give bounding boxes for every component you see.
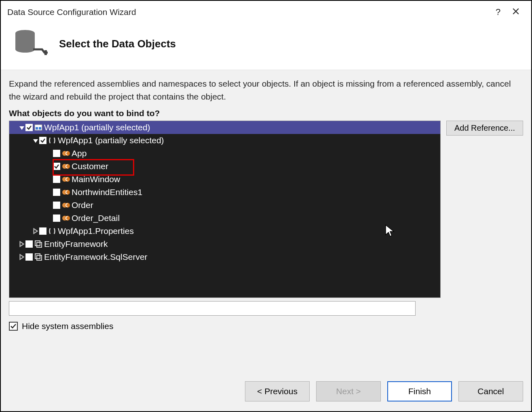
expand-toggle-icon[interactable]: [32, 137, 39, 144]
class-icon: [61, 214, 70, 223]
tree-node-props[interactable]: WpfApp1.Properties: [9, 225, 440, 238]
svg-rect-6: [39, 127, 41, 130]
close-button[interactable]: [507, 7, 525, 17]
tree-checkbox[interactable]: [25, 124, 33, 131]
titlebar: Data Source Configuration Wizard ?: [1, 1, 531, 23]
help-button[interactable]: ?: [489, 7, 507, 17]
tree-node-efs[interactable]: EntityFramework.SqlServer: [9, 251, 440, 263]
svg-rect-21: [35, 254, 40, 259]
previous-button[interactable]: < Previous: [245, 381, 310, 401]
next-button: Next >: [316, 381, 381, 401]
svg-point-2: [15, 46, 35, 53]
tree-checkbox[interactable]: [53, 214, 60, 222]
expand-toggle-icon[interactable]: [18, 124, 25, 131]
svg-rect-3: [44, 50, 47, 55]
page-heading: Select the Data Objects: [59, 38, 176, 50]
class-icon: [61, 188, 70, 197]
class-icon: [61, 149, 70, 158]
tree-node-label: NorthwindEntities1: [71, 187, 142, 197]
tree-checkbox[interactable]: [25, 240, 33, 248]
wizard-body: Expand the referenced assemblies and nam…: [1, 70, 531, 372]
tree-node-ne[interactable]: NorthwindEntities1: [9, 186, 440, 199]
namespace-icon: [48, 136, 57, 145]
assembly-icon: [34, 240, 43, 248]
tree-node-label: WpfApp1 (partially selected): [43, 122, 150, 132]
expand-toggle-icon[interactable]: [18, 253, 25, 261]
svg-rect-19: [35, 241, 40, 246]
tree-node-label: WpfApp1.Properties: [57, 226, 134, 236]
class-icon: [61, 162, 70, 171]
tree-node-ef[interactable]: EntityFramework: [9, 238, 440, 251]
tree-node-label: Order_Detail: [71, 213, 120, 223]
expand-toggle-icon[interactable]: [18, 240, 25, 248]
tree-checkbox[interactable]: [53, 163, 60, 170]
assembly-icon: [34, 253, 43, 261]
namespace-icon: [48, 227, 57, 236]
cancel-button[interactable]: Cancel: [458, 381, 523, 401]
tree-node-label: EntityFramework: [43, 239, 108, 249]
tree-node-proj[interactable]: WpfApp1 (partially selected): [9, 121, 440, 134]
svg-rect-5: [36, 127, 38, 130]
window-title: Data Source Configuration Wizard: [7, 7, 136, 17]
tree-node-ns[interactable]: WpfApp1 (partially selected): [9, 134, 440, 147]
svg-rect-22: [37, 255, 42, 260]
wizard-header: Select the Data Objects: [1, 23, 531, 70]
tree-checkbox[interactable]: [39, 227, 46, 235]
tree-node-label: EntityFramework.SqlServer: [43, 252, 148, 262]
tree-node-ordd[interactable]: Order_Detail: [9, 212, 440, 225]
tree-node-label: MainWindow: [71, 174, 120, 184]
tree-node-label: App: [71, 148, 87, 158]
wizard-window: Data Source Configuration Wizard ? Selec…: [0, 0, 532, 412]
tree-node-mw[interactable]: MainWindow: [9, 173, 440, 186]
objects-tree[interactable]: WpfApp1 (partially selected)WpfApp1 (par…: [9, 121, 441, 298]
tree-node-label: WpfApp1 (partially selected): [57, 135, 164, 145]
finish-button[interactable]: Finish: [387, 381, 452, 401]
datasource-icon: [12, 28, 48, 59]
hide-system-assemblies-label: Hide system assemblies: [22, 321, 113, 331]
svg-rect-20: [37, 242, 42, 247]
prompt-text: What objects do you want to bind to?: [9, 108, 523, 118]
wizard-footer: < Previous Next > Finish Cancel: [1, 372, 531, 411]
tree-node-cust[interactable]: Customer: [9, 160, 440, 173]
tree-node-label: Customer: [71, 161, 108, 171]
instructions-text: Expand the referenced assemblies and nam…: [9, 77, 523, 103]
tree-checkbox[interactable]: [53, 202, 60, 209]
tree-node-ord[interactable]: Order: [9, 199, 440, 212]
add-reference-button[interactable]: Add Reference...: [446, 121, 523, 136]
project-icon: [34, 123, 43, 132]
tree-checkbox[interactable]: [53, 150, 60, 157]
tree-node-app[interactable]: App: [9, 147, 440, 160]
expand-toggle-icon[interactable]: [32, 227, 39, 235]
hide-system-assemblies-checkbox[interactable]: Hide system assemblies: [9, 321, 523, 331]
tree-checkbox[interactable]: [53, 176, 60, 183]
tree-node-label: Order: [71, 200, 93, 210]
class-icon: [61, 175, 70, 184]
tree-checkbox[interactable]: [53, 189, 60, 196]
checkbox-icon: [9, 322, 18, 331]
tree-checkbox[interactable]: [39, 137, 46, 144]
selected-path-field[interactable]: [9, 301, 416, 316]
tree-checkbox[interactable]: [25, 253, 33, 261]
class-icon: [61, 201, 70, 210]
